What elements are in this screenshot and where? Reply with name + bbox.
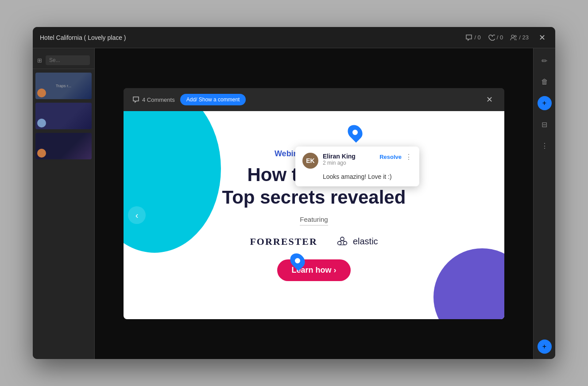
window-close-button[interactable]: ✕ — [536, 31, 548, 44]
cta-button[interactable]: Learn how › — [277, 259, 350, 281]
modal: 4 Comments Add/ Show a comment ✕ ‹ — [124, 88, 504, 319]
modal-close-button[interactable]: ✕ — [483, 93, 495, 106]
slide-container: ‹ — [124, 111, 504, 319]
svg-point-3 — [337, 241, 341, 245]
forrester-logo: FORRESTER — [250, 236, 317, 247]
comment-pin-1[interactable]: EK Eliran King 2 min ago Resolve — [348, 124, 362, 140]
add-button[interactable]: + — [538, 96, 552, 110]
resolve-button[interactable]: Resolve — [379, 154, 402, 160]
svg-point-0 — [511, 35, 514, 38]
next-slide-button[interactable]: › — [482, 206, 500, 224]
app-window: Hotel California ( Lovely place ) / 0 / … — [33, 27, 555, 359]
search-input[interactable] — [46, 55, 90, 65]
featuring-label: Featuring — [300, 216, 328, 226]
slide-thumbnail-1: Traps r... — [35, 73, 92, 99]
modal-overlay: 4 Comments Add/ Show a comment ✕ ‹ — [95, 48, 533, 359]
likes-stat: / 0 — [488, 34, 503, 41]
comment-pin-2[interactable] — [291, 253, 304, 269]
slide-thumbnail-2 — [35, 103, 92, 129]
slide-logos: FORRESTER — [222, 235, 406, 249]
window-title: Hotel California ( Lovely place ) — [40, 34, 126, 41]
comment-text: Looks amazing! Love it :) — [323, 173, 412, 180]
modal-header: 4 Comments Add/ Show a comment ✕ — [124, 88, 504, 111]
avatar — [37, 149, 46, 158]
comment-actions: Resolve ⋮ — [379, 153, 412, 161]
comment-user-name: Eliran King — [323, 153, 375, 160]
comment-popup-header: EK Eliran King 2 min ago Resolve — [302, 153, 412, 169]
delete-icon[interactable]: 🗑 — [538, 75, 552, 89]
top-bar: Hotel California ( Lovely place ) / 0 / … — [33, 27, 555, 48]
list-item[interactable] — [35, 103, 92, 129]
avatar: EK — [302, 153, 318, 169]
slide-circle-left — [124, 111, 221, 253]
svg-point-2 — [340, 237, 344, 240]
svg-point-4 — [343, 241, 347, 245]
modal-comments-area: 4 Comments Add/ Show a comment — [132, 94, 246, 105]
comments-stat: / 0 — [465, 34, 480, 41]
svg-line-5 — [339, 240, 342, 241]
add-comment-button[interactable]: Add/ Show a comment — [180, 94, 246, 105]
comments-count: 4 Comments — [132, 96, 175, 103]
top-bar-icons: / 0 / 0 / 23 ✕ — [465, 31, 548, 44]
svg-line-6 — [342, 240, 345, 241]
right-panel: ✏ 🗑 + ⊟ ⋮ + — [533, 48, 555, 359]
sidebar-toolbar: ⊞ — [33, 52, 94, 69]
slide-circle-right — [433, 248, 504, 319]
svg-point-1 — [514, 35, 516, 37]
slide: EK Eliran King 2 min ago Resolve — [124, 111, 504, 319]
main-content: 4 Comments Add/ Show a comment ✕ ‹ — [95, 48, 533, 359]
avatar — [37, 119, 46, 127]
comment-icon — [465, 34, 472, 41]
comment-menu-button[interactable]: ⋮ — [405, 153, 412, 161]
main-area: ⊞ Traps r... — [33, 48, 555, 359]
slide-thumbnail-3 — [35, 133, 92, 159]
elastic-icon — [335, 235, 349, 249]
action-button-bottom[interactable]: + — [538, 340, 552, 354]
comment-pin-icon-1[interactable] — [345, 122, 366, 143]
filter-icon[interactable]: ⊟ — [538, 117, 552, 131]
list-item[interactable] — [35, 133, 92, 159]
elastic-logo: elastic — [335, 235, 378, 249]
avatar — [37, 89, 46, 97]
edit-icon[interactable]: ✏ — [538, 54, 552, 68]
users-stat: / 23 — [510, 34, 529, 41]
users-icon — [510, 34, 517, 41]
sidebar-items: Traps r... — [33, 69, 94, 163]
like-icon — [488, 34, 495, 41]
grid-icon: ⊞ — [37, 57, 42, 64]
comments-icon — [132, 96, 139, 103]
prev-slide-button[interactable]: ‹ — [128, 206, 146, 224]
list-item[interactable]: Traps r... — [35, 73, 92, 99]
sidebar: ⊞ Traps r... — [33, 48, 95, 359]
more-icon[interactable]: ⋮ — [538, 139, 552, 153]
comment-user-info: Eliran King 2 min ago — [323, 153, 375, 166]
comment-time: 2 min ago — [323, 160, 375, 166]
comment-popup: EK Eliran King 2 min ago Resolve — [295, 147, 419, 186]
